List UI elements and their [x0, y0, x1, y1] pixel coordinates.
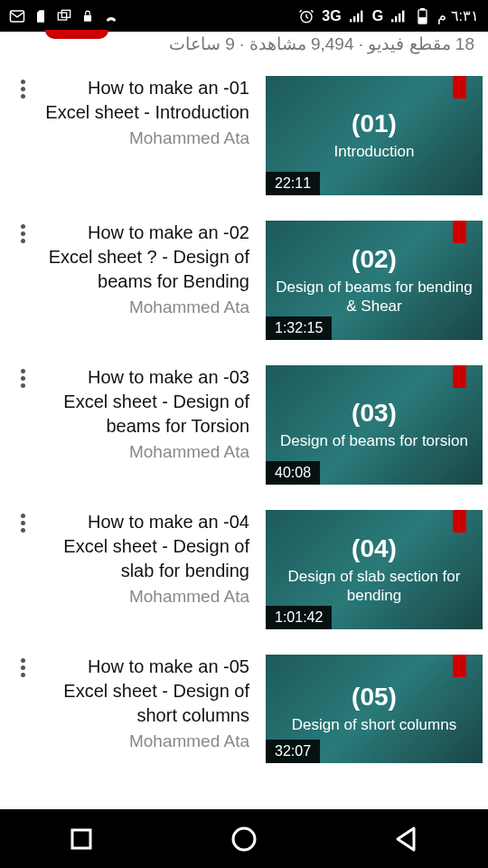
channel-avatar[interactable]: [45, 30, 108, 39]
thumbnail-label: Introduction: [325, 142, 424, 161]
status-right: 3G G ٦:٣١ م: [298, 7, 479, 24]
alarm-icon: [298, 8, 314, 24]
battery-icon: [414, 8, 430, 24]
video-thumbnail[interactable]: (05) Design of short columns 32:07: [266, 655, 483, 763]
svg-rect-8: [361, 10, 362, 22]
thumbnail-label: Design of beams for torsion: [271, 431, 477, 450]
recent-apps-button[interactable]: [63, 821, 99, 857]
video-author: Mohammed Ata: [43, 731, 249, 751]
video-item[interactable]: How to make an -05 Excel sheet - Design …: [0, 642, 488, 767]
missed-call-icon: [103, 8, 119, 24]
android-nav-bar: [0, 809, 488, 868]
more-menu-button[interactable]: [9, 655, 36, 677]
video-duration: 22:11: [266, 172, 320, 195]
video-text: How to make an -05 Excel sheet - Design …: [43, 655, 258, 751]
status-left: [9, 8, 119, 24]
clock-time: ٦:٣١ م: [437, 7, 479, 24]
video-item[interactable]: How to make an -02 Excel sheet ? - Desig…: [0, 208, 488, 353]
playlist-header: 18 مقطع فيديو · 9,494 مشاهدة · 9 ساعات: [0, 32, 488, 63]
video-author: Mohammed Ata: [43, 442, 249, 462]
svg-rect-7: [357, 13, 359, 22]
thumbnail-number: (03): [352, 399, 397, 428]
mail-icon: [9, 8, 25, 24]
video-author: Mohammed Ata: [43, 297, 249, 317]
thumbnail-accent: [453, 221, 466, 243]
home-button[interactable]: [226, 821, 262, 857]
video-author: Mohammed Ata: [43, 587, 249, 607]
video-duration: 32:07: [266, 740, 320, 763]
svg-rect-12: [402, 10, 404, 22]
thumbnail-accent: [453, 655, 466, 677]
video-duration: 1:01:42: [266, 606, 332, 629]
signal-bars-1-icon: [349, 8, 365, 24]
more-menu-button[interactable]: [9, 510, 36, 533]
video-thumbnail[interactable]: (02) Design of beams for bending & Shear…: [266, 221, 483, 340]
network-g-label: G: [372, 8, 383, 24]
thumbnail-label: Design of beams for bending & Shear: [266, 278, 483, 316]
video-item[interactable]: How to make an -03 Excel sheet - Design …: [0, 353, 488, 497]
more-menu-button[interactable]: [9, 365, 36, 388]
svg-point-17: [233, 828, 255, 850]
thumbnail-label: Design of slab section for bending: [266, 567, 483, 606]
svg-rect-5: [350, 19, 352, 22]
thumbnail-number: (01): [352, 109, 397, 138]
window-icon: [56, 8, 72, 24]
more-vertical-icon: [21, 369, 25, 388]
thumbnail-accent: [453, 510, 466, 533]
video-title: How to make an -05 Excel sheet - Design …: [43, 655, 249, 728]
video-text: How to make an -01 Excel sheet - Introdu…: [43, 76, 258, 148]
svg-rect-9: [391, 19, 393, 22]
back-button[interactable]: [389, 821, 425, 857]
video-title: How to make an -04 Excel sheet - Design …: [43, 510, 249, 583]
svg-rect-11: [399, 13, 400, 22]
more-vertical-icon: [21, 224, 25, 243]
thumbnail-number: (02): [352, 245, 397, 274]
svg-rect-6: [353, 16, 355, 22]
svg-rect-10: [395, 16, 397, 22]
more-menu-button[interactable]: [9, 221, 36, 243]
thumbnail-number: (05): [352, 683, 397, 712]
video-thumbnail[interactable]: (04) Design of slab section for bending …: [266, 510, 483, 629]
video-duration: 40:08: [266, 461, 320, 485]
more-vertical-icon: [21, 658, 25, 677]
thumbnail-label: Design of short columns: [283, 715, 465, 734]
video-author: Mohammed Ata: [43, 128, 249, 148]
thumbnail-accent: [453, 76, 466, 99]
video-text: How to make an -04 Excel sheet - Design …: [43, 510, 258, 607]
video-item[interactable]: How to make an -01 Excel sheet - Introdu…: [0, 63, 488, 208]
video-title: How to make an -03 Excel sheet - Design …: [43, 365, 249, 439]
video-thumbnail[interactable]: (03) Design of beams for torsion 40:08: [266, 365, 483, 485]
status-bar: 3G G ٦:٣١ م: [0, 0, 488, 32]
video-title: How to make an -02 Excel sheet ? - Desig…: [43, 221, 249, 294]
svg-rect-16: [72, 830, 90, 848]
more-vertical-icon: [21, 514, 25, 533]
more-menu-button[interactable]: [9, 76, 36, 99]
video-thumbnail[interactable]: (01) Introduction 22:11: [266, 76, 483, 195]
thumbnail-number: (04): [352, 534, 397, 563]
video-title: How to make an -01 Excel sheet - Introdu…: [43, 76, 249, 125]
network-3g-label: 3G: [322, 8, 341, 24]
thumbnail-accent: [453, 365, 466, 388]
video-item[interactable]: How to make an -04 Excel sheet - Design …: [0, 497, 488, 642]
svg-rect-14: [420, 8, 424, 10]
svg-rect-3: [84, 14, 91, 21]
sd-card-icon: [33, 8, 49, 24]
svg-rect-15: [418, 17, 425, 22]
video-text: How to make an -02 Excel sheet ? - Desig…: [43, 221, 258, 317]
video-duration: 1:32:15: [266, 316, 332, 340]
signal-bars-2-icon: [390, 8, 407, 24]
more-vertical-icon: [21, 80, 25, 99]
video-list: How to make an -01 Excel sheet - Introdu…: [0, 63, 488, 767]
lock-icon: [80, 8, 96, 24]
video-text: How to make an -03 Excel sheet - Design …: [43, 365, 258, 462]
